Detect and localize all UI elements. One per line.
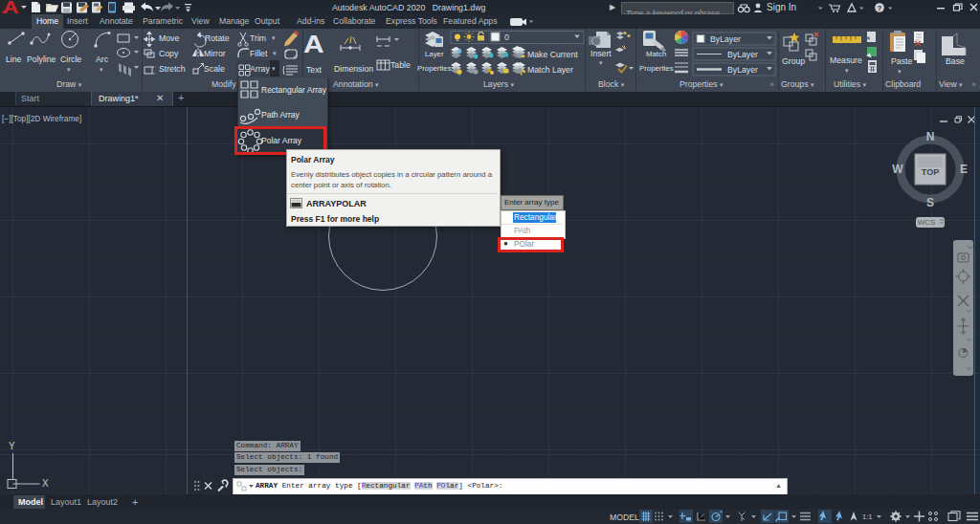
svg-text:1:1: 1:1 <box>862 513 872 521</box>
svg-text:S: S <box>926 196 934 209</box>
svg-text:0: 0 <box>504 33 509 42</box>
svg-text:WCS: WCS <box>918 218 936 227</box>
svg-text:E: E <box>960 163 968 176</box>
svg-text:?: ? <box>878 4 882 12</box>
svg-text:TOP: TOP <box>922 167 939 177</box>
svg-text:Y: Y <box>9 441 15 451</box>
svg-text:W: W <box>892 163 903 176</box>
svg-text:N: N <box>926 130 935 143</box>
svg-text:X: X <box>42 478 49 489</box>
